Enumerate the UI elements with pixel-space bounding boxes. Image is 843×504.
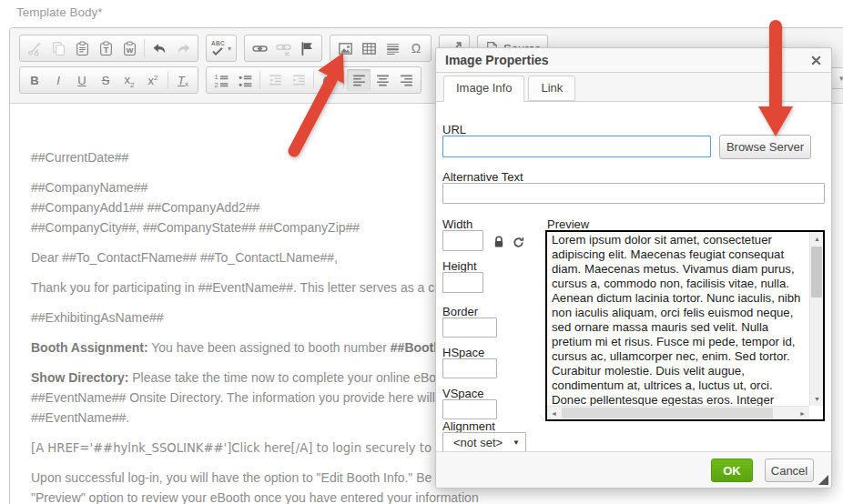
underline-icon: U bbox=[77, 72, 86, 88]
align-right-button[interactable] bbox=[394, 69, 418, 91]
scroll-left-icon[interactable]: ◄ bbox=[547, 407, 561, 420]
superscript-icon: x2 bbox=[148, 72, 158, 88]
toolbar-group: Ω bbox=[330, 35, 432, 62]
bulleted-list-icon bbox=[238, 73, 253, 88]
toolbar-group: ABC▾ bbox=[206, 35, 237, 62]
width-input[interactable] bbox=[442, 230, 483, 251]
numbered-list-icon: 12 bbox=[214, 73, 229, 88]
superscript-button[interactable]: x2 bbox=[141, 69, 165, 91]
paste-word-button[interactable]: W bbox=[117, 37, 141, 59]
toolbar-separator bbox=[259, 71, 260, 89]
anchor-button[interactable] bbox=[295, 37, 319, 59]
strikethrough-icon: S bbox=[102, 72, 110, 88]
editor-line: "Preview" option to review your eBooth o… bbox=[31, 488, 843, 504]
hspace-label: HSpace bbox=[442, 346, 484, 359]
align-left-button[interactable] bbox=[347, 69, 371, 91]
redo-button[interactable] bbox=[171, 37, 195, 59]
screenshot-stage: Template Body* TWABC▾ΩSourceBIUSx2x2Tx12… bbox=[0, 0, 843, 504]
close-icon[interactable] bbox=[810, 55, 822, 66]
image-icon bbox=[338, 41, 353, 56]
paste-icon bbox=[75, 41, 90, 56]
scroll-down-icon[interactable]: ▼ bbox=[810, 392, 824, 406]
scroll-up-icon[interactable]: ▲ bbox=[810, 232, 824, 246]
copy-icon bbox=[51, 41, 66, 56]
special-character-button[interactable]: Ω bbox=[404, 37, 428, 59]
paste-text-button[interactable]: T bbox=[94, 37, 117, 59]
browse-server-button[interactable]: Browse Server bbox=[719, 135, 811, 159]
subscript-button[interactable]: x2 bbox=[117, 69, 141, 91]
anchor-icon bbox=[300, 41, 315, 56]
align-left-icon bbox=[351, 73, 367, 88]
image-button[interactable] bbox=[333, 37, 357, 59]
preview-label: Preview bbox=[547, 217, 589, 231]
dialog-title: Image Properties bbox=[445, 53, 810, 67]
copy-button[interactable] bbox=[46, 37, 70, 59]
reset-size-icon[interactable] bbox=[513, 236, 524, 252]
cut-button[interactable] bbox=[23, 37, 46, 59]
alignment-select[interactable]: <not set> ▼ bbox=[442, 432, 526, 452]
scroll-right-icon[interactable]: ► bbox=[796, 407, 809, 420]
dialog-body: URL Browse Server Alternative Text Width… bbox=[436, 103, 831, 451]
blockquote-icon bbox=[321, 73, 337, 88]
toolbar-group: BIUSx2x2Tx bbox=[19, 66, 198, 94]
url-label: URL bbox=[442, 123, 466, 136]
vspace-input[interactable] bbox=[442, 399, 497, 419]
ok-button[interactable]: OK bbox=[711, 459, 753, 482]
strikethrough-button[interactable]: S bbox=[94, 69, 117, 91]
alternative-text-label: Alternative Text bbox=[442, 170, 523, 184]
italic-button[interactable]: I bbox=[46, 69, 70, 91]
dialog-resize-handle[interactable] bbox=[818, 475, 828, 485]
undo-button[interactable] bbox=[147, 37, 171, 59]
blockquote-button[interactable] bbox=[317, 69, 340, 91]
spell-check-button[interactable]: ABC▾ bbox=[209, 37, 233, 59]
lock-ratio-icon[interactable] bbox=[493, 236, 504, 252]
horizontal-line-button[interactable] bbox=[381, 37, 404, 59]
bold-icon: B bbox=[30, 72, 38, 88]
chevron-down-icon: ▼ bbox=[513, 438, 520, 447]
url-input[interactable] bbox=[442, 136, 711, 157]
unlink-button[interactable] bbox=[271, 37, 295, 59]
toolbar-separator bbox=[343, 71, 344, 89]
spell-check-icon: ABC bbox=[211, 41, 225, 55]
chevron-down-icon: ▾ bbox=[839, 74, 843, 83]
remove-format-button[interactable]: Tx bbox=[171, 69, 195, 91]
svg-text:2: 2 bbox=[214, 80, 218, 87]
table-icon bbox=[361, 41, 377, 56]
border-input[interactable] bbox=[442, 318, 497, 338]
preview-box: Lorem ipsum dolor sit amet, consectetuer… bbox=[545, 230, 825, 421]
alignment-value: <not set> bbox=[443, 436, 513, 449]
cancel-button[interactable]: Cancel bbox=[765, 459, 814, 482]
decrease-indent-icon bbox=[268, 73, 283, 88]
tab-image-info[interactable]: Image Info bbox=[443, 76, 524, 102]
subscript-icon: x2 bbox=[125, 71, 135, 89]
table-button[interactable] bbox=[357, 37, 381, 59]
remove-format-icon: Tx bbox=[178, 72, 188, 88]
horizontal-scrollbar[interactable]: ◄ ► bbox=[547, 406, 809, 419]
link-button[interactable] bbox=[248, 37, 271, 59]
vertical-scrollbar[interactable]: ▲ ▼ bbox=[809, 232, 823, 406]
image-properties-dialog: Image Properties Image Info Link URL Bro… bbox=[435, 47, 832, 489]
align-center-button[interactable] bbox=[371, 69, 394, 91]
hspace-input[interactable] bbox=[442, 358, 497, 378]
vspace-label: VSpace bbox=[442, 387, 484, 400]
unlink-icon bbox=[276, 41, 291, 56]
alignment-label: Alignment bbox=[442, 419, 495, 433]
width-label: Width bbox=[442, 217, 472, 231]
align-right-icon bbox=[399, 73, 414, 88]
height-input[interactable] bbox=[442, 272, 483, 293]
chevron-down-icon: ▾ bbox=[228, 45, 231, 53]
template-body-field-label: Template Body* bbox=[16, 5, 103, 19]
decrease-indent-button[interactable] bbox=[263, 69, 287, 91]
numbered-list-button[interactable]: 12 bbox=[209, 69, 233, 91]
cut-icon bbox=[27, 41, 43, 56]
border-label: Border bbox=[442, 305, 478, 318]
bulleted-list-button[interactable] bbox=[233, 69, 257, 91]
underline-button[interactable]: U bbox=[70, 69, 94, 91]
tab-link[interactable]: Link bbox=[528, 76, 575, 101]
paste-button[interactable] bbox=[70, 37, 94, 59]
horizontal-scrollbar-thumb[interactable] bbox=[562, 408, 773, 418]
increase-indent-button[interactable] bbox=[287, 69, 310, 91]
alternative-text-input[interactable] bbox=[442, 183, 825, 204]
vertical-scrollbar-thumb[interactable] bbox=[811, 247, 822, 297]
bold-button[interactable]: B bbox=[23, 69, 46, 91]
